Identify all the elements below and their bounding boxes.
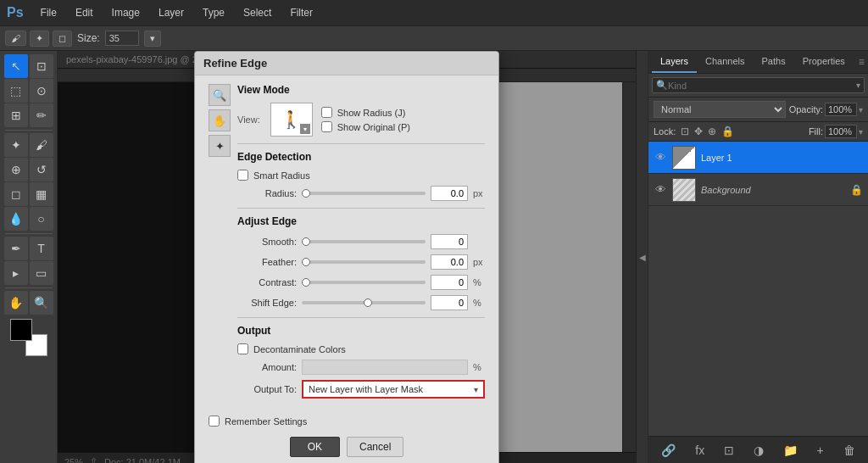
shape-tool[interactable]: ▭ — [30, 261, 53, 285]
ok-button[interactable]: OK — [290, 437, 340, 457]
history-tool[interactable]: ↺ — [30, 158, 53, 181]
tab-channels[interactable]: Channels — [697, 51, 753, 73]
feather-input[interactable] — [431, 254, 468, 270]
output-to-label: Output To: — [237, 384, 297, 394]
dodge-tool[interactable]: ○ — [30, 207, 53, 231]
pen-tool[interactable]: ✒ — [4, 237, 28, 260]
blur-tool[interactable]: 💧 — [4, 207, 28, 231]
modal-refine-tool[interactable]: ✦ — [209, 135, 231, 157]
delete-layer-btn[interactable]: 🗑 — [838, 440, 860, 460]
modal-hand-tool[interactable]: ✋ — [209, 109, 231, 131]
opacity-label: Opacity: — [789, 104, 823, 114]
marquee-tool[interactable]: ⬚ — [4, 79, 28, 103]
menu-select[interactable]: Select — [235, 3, 280, 22]
menu-edit[interactable]: Edit — [67, 3, 102, 22]
contrast-slider[interactable] — [302, 281, 426, 284]
size-input[interactable] — [105, 31, 139, 46]
layers-list: 👁 Layer 1 👁 Background 🔒 — [648, 142, 868, 436]
smooth-slider[interactable] — [302, 240, 426, 243]
background-row[interactable]: 👁 Background 🔒 — [648, 174, 868, 206]
lock-all-icon[interactable]: 🔒 — [721, 126, 734, 137]
decontaminate-checkbox[interactable] — [237, 343, 248, 354]
shift-edge-row: Shift Edge: % — [237, 295, 485, 310]
text-tool[interactable]: T — [30, 237, 53, 260]
view-preview[interactable]: 🚶 ▾ — [270, 103, 313, 137]
show-original-label: Show Original (P) — [337, 122, 410, 132]
blend-mode-select[interactable]: Normal — [654, 101, 786, 118]
background-visibility-icon[interactable]: 👁 — [654, 183, 667, 196]
lock-position-icon[interactable]: ✥ — [694, 126, 703, 137]
adjustment-layer-btn[interactable]: ◑ — [748, 440, 769, 460]
smart-radius-checkbox[interactable] — [237, 170, 248, 181]
modal-layout: 🔍 ✋ ✦ View Mode View: 🚶 ▾ — [209, 84, 485, 404]
feather-slider[interactable] — [302, 260, 426, 264]
layer-fx-btn[interactable]: fx — [690, 440, 709, 460]
erase-btn[interactable]: ◻ — [53, 31, 72, 47]
menu-bar: Ps File Edit Image Layer Type Select Fil… — [0, 0, 868, 25]
tab-paths[interactable]: Paths — [754, 51, 794, 73]
remember-label: Remember Settings — [225, 416, 307, 427]
heal-tool[interactable]: ✦ — [4, 133, 28, 157]
link-layers-btn[interactable]: 🔗 — [656, 440, 681, 460]
view-checkboxes: Show Radius (J) Show Original (P) — [321, 107, 410, 132]
eraser-tool[interactable]: ◻ — [4, 182, 28, 206]
add-mask-btn[interactable]: ⊡ — [719, 440, 739, 460]
brush-tool[interactable]: 🖌 — [30, 133, 53, 157]
zoom-tool[interactable]: 🔍 — [30, 291, 53, 315]
path-select-tool[interactable]: ▸ — [4, 261, 28, 285]
radius-input[interactable] — [431, 186, 468, 201]
radius-slider[interactable] — [302, 192, 426, 195]
refine-btn[interactable]: ✦ — [30, 31, 49, 47]
new-layer-btn[interactable]: + — [812, 440, 829, 460]
opacity-input[interactable] — [825, 103, 857, 116]
menu-type[interactable]: Type — [194, 3, 233, 22]
size-dropdown-btn[interactable]: ▾ — [144, 31, 161, 47]
menu-image[interactable]: Image — [103, 3, 148, 22]
menu-layer[interactable]: Layer — [150, 3, 192, 22]
show-radius-row[interactable]: Show Radius (J) — [321, 107, 410, 118]
layer-row[interactable]: 👁 Layer 1 — [648, 142, 868, 174]
tab-properties[interactable]: Properties — [794, 51, 854, 73]
shift-edge-input[interactable] — [431, 295, 468, 310]
output-arrow-icon: ▾ — [474, 385, 478, 394]
layer-search-input[interactable] — [668, 81, 856, 91]
foreground-color[interactable] — [10, 319, 32, 341]
lasso-tool[interactable]: ⊙ — [30, 79, 53, 103]
background-name: Background — [701, 185, 845, 195]
clone-tool[interactable]: ⊕ — [4, 158, 28, 181]
lock-transparent-icon[interactable]: ⊡ — [681, 126, 689, 137]
output-to-dropdown[interactable]: New Layer with Layer Mask ▾ — [302, 380, 485, 399]
color-swatches[interactable] — [10, 319, 47, 356]
opacity-arrow[interactable]: ▾ — [859, 105, 863, 114]
show-original-row[interactable]: Show Original (P) — [321, 121, 410, 132]
lock-artboard-icon[interactable]: ⊕ — [708, 126, 716, 137]
search-dropdown-icon[interactable]: ▾ — [856, 81, 860, 90]
show-radius-checkbox[interactable] — [321, 107, 332, 118]
artboard-tool[interactable]: ⊡ — [30, 54, 53, 78]
fill-arrow[interactable]: ▾ — [859, 127, 863, 137]
brush-btn[interactable]: 🖌 — [5, 31, 26, 46]
panel-tab-more[interactable]: ≡ — [854, 51, 868, 73]
tab-layers[interactable]: Layers — [652, 51, 697, 73]
move-tool[interactable]: ↖ — [4, 54, 28, 78]
menu-file[interactable]: File — [32, 3, 65, 22]
menu-filter[interactable]: Filter — [281, 3, 321, 22]
contrast-input[interactable] — [431, 275, 468, 290]
right-panel-container: ◀ Layers Channels Paths Properties ≡ 🔍 ▾… — [636, 51, 868, 463]
layer-visibility-icon[interactable]: 👁 — [654, 151, 667, 164]
fill-input[interactable] — [825, 125, 857, 138]
gradient-tool[interactable]: ▦ — [30, 182, 53, 206]
modal-zoom-tool[interactable]: 🔍 — [209, 84, 231, 106]
edge-detection-title: Edge Detection — [237, 151, 485, 163]
crop-tool[interactable]: ⊞ — [4, 103, 28, 127]
eyedropper-tool[interactable]: ✏ — [30, 103, 53, 127]
hand-tool[interactable]: ✋ — [4, 291, 28, 315]
shift-edge-slider[interactable] — [302, 301, 426, 304]
cancel-button[interactable]: Cancel — [347, 437, 403, 457]
smooth-input[interactable] — [431, 234, 468, 249]
panel-collapse-btn[interactable]: ◀ — [636, 51, 648, 463]
show-original-checkbox[interactable] — [321, 121, 332, 132]
remember-checkbox[interactable] — [209, 416, 220, 427]
view-preview-select[interactable]: ▾ — [300, 124, 310, 134]
new-group-btn[interactable]: 📁 — [778, 440, 803, 460]
